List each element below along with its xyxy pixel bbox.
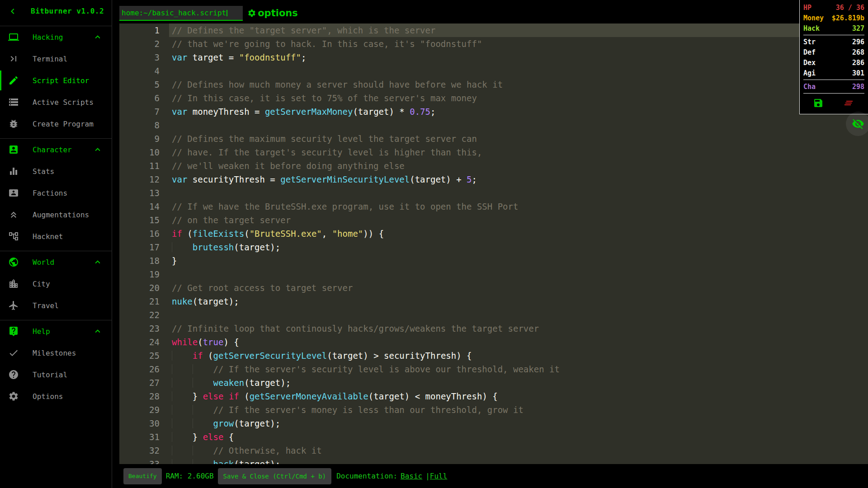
code-line-4[interactable]: 4 xyxy=(119,64,868,78)
cha-value: 298 xyxy=(852,83,864,91)
code-line-1[interactable]: 1// Defines the "target server", which i… xyxy=(119,23,868,37)
sidebar-item-label: Tutorial xyxy=(33,371,67,379)
sidebar-section-hacking[interactable]: Hacking xyxy=(0,26,112,48)
def-label: Def xyxy=(803,48,816,56)
sidebar-section-label: Hacking xyxy=(33,33,63,42)
line-number: 9 xyxy=(119,132,160,145)
code-line-16[interactable]: 16if (fileExists("BruteSSH.exe", "home")… xyxy=(119,227,868,240)
code-line-33[interactable]: 33 hack(target); xyxy=(119,457,868,464)
code-text: // Defines the "target server", which is… xyxy=(172,23,435,37)
tab-basic-hack-script[interactable]: home:~/basic_hack.script xyxy=(119,6,243,21)
code-line-20[interactable]: 20// Get root access to target server xyxy=(119,281,868,295)
overview-visibility-toggle[interactable] xyxy=(846,112,868,136)
code-line-13[interactable]: 13 xyxy=(119,186,868,200)
sidebar-item-label: Augmentations xyxy=(33,211,89,219)
code-line-27[interactable]: 27 weaken(target); xyxy=(119,376,868,389)
documentation-full-link[interactable]: Full xyxy=(430,472,448,480)
sidebar-item-augmentations[interactable]: Augmentations xyxy=(0,204,112,225)
line-number: 6 xyxy=(119,91,160,105)
chevron-up-icon xyxy=(93,257,103,267)
documentation-separator: | xyxy=(425,472,430,480)
save-close-button[interactable]: Save & Close (Ctrl/Cmd + b) xyxy=(218,468,332,484)
sidebar-item-label: Milestones xyxy=(33,349,76,357)
tab-filename: home:~/basic_hack.script xyxy=(122,9,226,17)
editor-options-button[interactable]: options xyxy=(247,6,298,20)
sidebar-item-hacknet[interactable]: Hacknet xyxy=(0,225,112,247)
code-line-11[interactable]: 11// we'll weaken it before doing anythi… xyxy=(119,159,868,173)
code-line-12[interactable]: 12var securityThresh = getServerMinSecur… xyxy=(119,173,868,186)
sidebar-item-milestones[interactable]: Milestones xyxy=(0,342,112,364)
code-text: nuke(target); xyxy=(172,295,239,308)
code-line-19[interactable]: 19 xyxy=(119,267,868,281)
code-editor[interactable]: 1// Defines the "target server", which i… xyxy=(119,23,868,464)
line-number: 2 xyxy=(119,37,160,51)
sidebar-section-label: Character xyxy=(33,145,72,154)
line-number: 23 xyxy=(119,322,160,335)
sidebar-section-label: World xyxy=(33,258,54,267)
editor-statusbar: Beautify RAM: 2.60GB Save & Close (Ctrl/… xyxy=(119,464,868,488)
sidebar-collapse-button[interactable] xyxy=(7,6,18,17)
sidebar-item-create-program[interactable]: Create Program xyxy=(0,113,112,135)
overview-divider xyxy=(803,35,864,35)
code-line-6[interactable]: 6// In this case, it is set to 75% of th… xyxy=(119,91,868,105)
money-value: $26.819b xyxy=(832,14,864,22)
code-text: // Infinite loop that continously hacks/… xyxy=(172,322,539,335)
city-icon xyxy=(8,278,19,289)
code-text: var target = "foodnstuff"; xyxy=(172,51,306,64)
code-line-7[interactable]: 7var moneyThresh = getServerMaxMoney(tar… xyxy=(119,105,868,118)
code-line-22[interactable]: 22 xyxy=(119,308,868,322)
code-line-23[interactable]: 23// Infinite loop that continously hack… xyxy=(119,322,868,335)
chevron-left-icon xyxy=(7,6,18,17)
code-line-29[interactable]: 29 // If the server's money is less than… xyxy=(119,403,868,417)
sidebar-section-help[interactable]: Help xyxy=(0,320,112,342)
code-line-14[interactable]: 14// If we have the BruteSSH.exe program… xyxy=(119,200,868,213)
code-line-32[interactable]: 32 // Otherwise, hack it xyxy=(119,444,868,457)
terminal-icon xyxy=(8,53,19,64)
kill-scripts-button[interactable] xyxy=(843,97,855,109)
code-line-18[interactable]: 18} xyxy=(119,254,868,267)
sidebar-item-factions[interactable]: Factions xyxy=(0,182,112,204)
line-number: 31 xyxy=(119,430,160,444)
code-line-26[interactable]: 26 // If the server's security level is … xyxy=(119,362,868,376)
line-number: 19 xyxy=(119,267,160,281)
code-line-10[interactable]: 10// have. If the target's security leve… xyxy=(119,145,868,159)
sidebar-item-label: Factions xyxy=(33,189,67,197)
code-line-5[interactable]: 5// Defines how much money a server shou… xyxy=(119,78,868,91)
character-overview: HP 36 / 36 Money $26.819b Hack 327 Str 2… xyxy=(799,0,868,114)
sidebar-item-label: Script Editor xyxy=(33,76,89,85)
bar-chart-icon xyxy=(8,166,19,177)
code-line-25[interactable]: 25 if (getServerSecurityLevel(target) > … xyxy=(119,349,868,362)
code-line-31[interactable]: 31 } else { xyxy=(119,430,868,444)
code-line-30[interactable]: 30 grow(target); xyxy=(119,417,868,430)
code-line-15[interactable]: 15// on the target server xyxy=(119,213,868,227)
sidebar-item-terminal[interactable]: Terminal xyxy=(0,48,112,70)
code-line-8[interactable]: 8 xyxy=(119,118,868,132)
code-line-9[interactable]: 9// Defines the maximum security level t… xyxy=(119,132,868,145)
sidebar-item-script-editor[interactable]: Script Editor xyxy=(0,70,112,91)
documentation-basic-link[interactable]: Basic xyxy=(401,472,422,480)
sidebar-item-city[interactable]: City xyxy=(0,273,112,295)
code-line-21[interactable]: 21nuke(target); xyxy=(119,295,868,308)
sidebar-item-stats[interactable]: Stats xyxy=(0,160,112,182)
code-line-17[interactable]: 17 brutessh(target); xyxy=(119,240,868,254)
sidebar-item-options[interactable]: Options xyxy=(0,385,112,407)
laptop-icon xyxy=(8,32,19,42)
code-line-24[interactable]: 24while(true) { xyxy=(119,335,868,349)
code-line-28[interactable]: 28 } else if (getServerMoneyAvailable(ta… xyxy=(119,389,868,403)
def-stat: Def 268 xyxy=(803,47,864,57)
beautify-button[interactable]: Beautify xyxy=(123,468,162,484)
sidebar-section-character[interactable]: Character xyxy=(0,139,112,160)
sidebar-item-travel[interactable]: Travel xyxy=(0,295,112,316)
sidebar-item-label: Stats xyxy=(33,167,54,176)
sidebar-item-tutorial[interactable]: Tutorial xyxy=(0,364,112,385)
storage-icon xyxy=(8,97,19,108)
agi-value: 301 xyxy=(852,69,864,77)
sidebar-item-active-scripts[interactable]: Active Scripts xyxy=(0,91,112,113)
code-line-3[interactable]: 3var target = "foodnstuff"; xyxy=(119,51,868,64)
double-chevron-up-icon xyxy=(8,209,19,220)
code-text: // In this case, it is set to 75% of the… xyxy=(172,91,477,105)
save-game-button[interactable] xyxy=(813,97,825,109)
code-line-2[interactable]: 2// that we're going to hack. In this ca… xyxy=(119,37,868,51)
sidebar-section-world[interactable]: World xyxy=(0,251,112,273)
person-badge-icon xyxy=(8,144,19,155)
